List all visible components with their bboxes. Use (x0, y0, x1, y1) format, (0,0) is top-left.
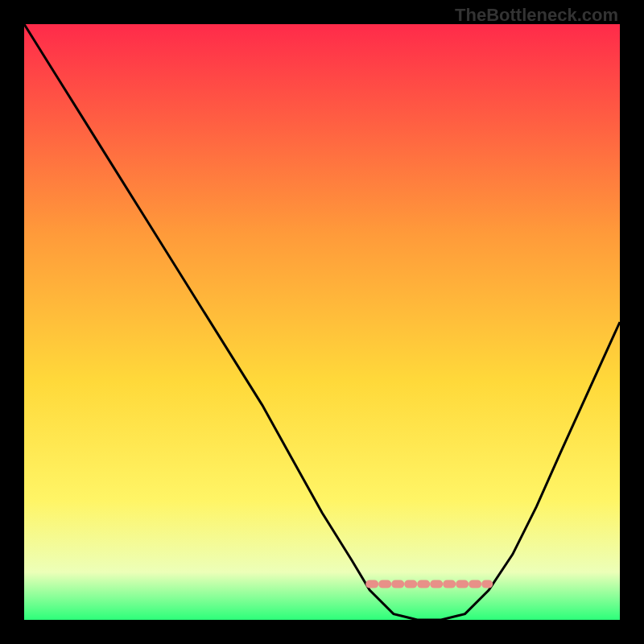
watermark-text: TheBottleneck.com (455, 5, 618, 26)
bottleneck-chart (24, 24, 620, 620)
gradient-background (24, 24, 620, 620)
chart-svg (24, 24, 620, 620)
